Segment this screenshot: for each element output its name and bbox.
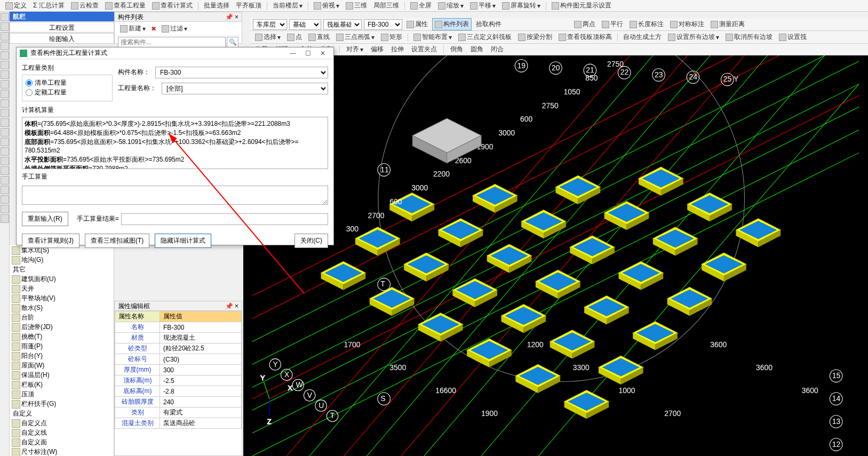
btn-new[interactable]: 新建 ▾ — [118, 23, 148, 34]
rail-icon[interactable] — [1, 195, 9, 204]
btn-set[interactable]: 设置筏 — [777, 31, 809, 43]
sel-comp[interactable]: FB-300 — [364, 19, 402, 30]
rail-icon[interactable] — [1, 186, 9, 194]
rail-icon[interactable] — [1, 128, 9, 137]
rail-icon[interactable] — [1, 42, 9, 50]
pin-icon[interactable]: 📌 — [225, 302, 233, 310]
rail-icon[interactable] — [1, 138, 9, 146]
rail-icon[interactable] — [1, 80, 9, 89]
tree-item[interactable]: 尺寸标注(W) — [10, 447, 114, 456]
tb-batch[interactable]: 批量选择 — [202, 0, 232, 11]
tb-local3d[interactable]: 局部三维 — [371, 0, 401, 11]
tree-item[interactable]: 天井 — [10, 284, 114, 293]
tb-floor[interactable]: 当前楼层 ▾ — [270, 0, 305, 11]
tb-align[interactable]: 平齐板顶 — [234, 0, 264, 11]
tree-item[interactable]: 平整场地(V) — [10, 293, 114, 303]
name-select[interactable]: FB-300 — [155, 67, 328, 78]
tb-viewcalc[interactable]: 查看计算式 — [150, 0, 195, 11]
btn-stretch[interactable]: 拉伸 — [389, 44, 406, 55]
btn-hide[interactable]: 隐藏详细计算式 — [155, 234, 211, 248]
btn-arc[interactable]: 三点画弧 ▾ — [334, 31, 377, 43]
rail-icon[interactable] — [1, 109, 9, 117]
rail-icon[interactable] — [1, 22, 9, 31]
tb-full[interactable]: 全屏 — [408, 0, 434, 11]
tree-item[interactable]: 散水(S) — [10, 303, 114, 313]
tree-head[interactable]: 其它 — [10, 265, 114, 274]
tb-3d[interactable]: 三维 — [344, 0, 369, 11]
maximize-button[interactable]: ☐ — [300, 50, 315, 57]
prop-row[interactable]: 混凝土类别泵送商品砼 — [115, 418, 242, 429]
btn-line[interactable]: 直线 — [306, 31, 332, 43]
rail-icon[interactable] — [1, 99, 9, 108]
btn-attr[interactable]: 属性 — [404, 19, 430, 30]
delete-icon[interactable]: ✖ — [151, 25, 156, 33]
rail-icon[interactable] — [1, 176, 9, 185]
nav-item-draw[interactable]: 绘图输入 — [10, 33, 114, 44]
btn-pick[interactable]: 拾取构件 — [474, 19, 504, 30]
tree-item[interactable]: 栏杆扶手(G) — [10, 399, 114, 409]
btn-parallel[interactable]: 平行 — [600, 19, 625, 30]
result-input[interactable] — [121, 213, 328, 225]
btn-setall[interactable]: 设置所有边坡 ▾ — [666, 31, 721, 43]
prop-row[interactable]: 底标高(m)-2.8 — [115, 386, 242, 397]
btn-point[interactable]: 点 — [285, 31, 304, 43]
search-button[interactable]: 🔍 — [227, 37, 238, 47]
rail-icon[interactable] — [1, 51, 9, 60]
btn-beamsplit[interactable]: 按梁分割 — [516, 31, 554, 43]
btn-reenter[interactable]: 重新输入(R) — [22, 212, 68, 226]
tb-sum[interactable]: Σ 汇总计算 — [31, 0, 67, 11]
close-button[interactable]: ✕ — [315, 50, 330, 57]
rail-icon[interactable] — [1, 118, 9, 127]
tb-define[interactable]: 定义 — [3, 0, 29, 11]
rail-icon[interactable] — [1, 214, 9, 223]
btn-length[interactable]: 长度标注 — [627, 19, 666, 30]
btn-auto[interactable]: 自动生成土方 — [621, 31, 664, 43]
3d-viewport[interactable]: 2750850105027506003000190026002200300060… — [243, 55, 868, 456]
btn-chamfer[interactable]: 倒角 — [448, 44, 465, 55]
btn-complist[interactable]: 构件列表 — [432, 18, 472, 30]
tree-item[interactable]: 栏板(K) — [10, 380, 114, 389]
btn-3pt[interactable]: 三点定义斜筏板 — [456, 31, 514, 43]
btn-grip[interactable]: 设置夹点 — [409, 44, 439, 55]
btn-viewtop[interactable]: 查看筏板顶标高 — [556, 31, 614, 43]
btn-filter[interactable]: 过滤 ▾ — [160, 23, 189, 34]
prop-row[interactable]: 砼类型(粒径20砼32.5 — [115, 343, 242, 354]
prop-row[interactable]: 砖胎膜厚度240 — [115, 397, 242, 407]
tb-viewqty[interactable]: 查看工程量 — [103, 0, 148, 11]
btn-twopoint[interactable]: 两点 — [572, 19, 598, 30]
btn-offset[interactable]: 偏移 — [369, 44, 386, 55]
rail-icon[interactable] — [1, 157, 9, 165]
btn-measure[interactable]: 测量距离 — [708, 19, 747, 30]
btn-symmetric[interactable]: 对称标注 — [668, 19, 706, 30]
prop-row[interactable]: 砼标号(C30) — [115, 354, 242, 365]
btn-rect[interactable]: 矩形 — [379, 31, 404, 43]
tree-item[interactable]: 挑檐(T) — [10, 332, 114, 341]
btn-close[interactable]: 闭合 — [489, 44, 506, 55]
tree-item[interactable]: 建筑面积(U) — [10, 274, 114, 284]
prop-row[interactable]: 厚度(mm)300 — [115, 365, 242, 375]
tb-display[interactable]: 构件图元显示设置 — [550, 0, 614, 11]
tb-rotate[interactable]: 屏幕旋转 ▾ — [500, 0, 543, 11]
tree-item[interactable]: 雨蓬(P) — [10, 341, 114, 351]
btn-rule[interactable]: 查看计算规则(J) — [22, 234, 79, 248]
sel-floor[interactable]: 车库层 — [253, 19, 287, 30]
tree-item[interactable]: 压顶 — [10, 389, 114, 399]
tb-cloud[interactable]: 云检查 — [69, 0, 101, 11]
tb-pan[interactable]: 平移 ▾ — [468, 0, 498, 11]
tree-item[interactable]: 屋面(W) — [10, 361, 114, 370]
btn-select[interactable]: 选择 ▾ — [253, 31, 283, 43]
sel-type[interactable]: 筏板基础 — [323, 19, 362, 30]
btn-alignto[interactable]: 对齐 ▾ — [344, 44, 365, 55]
rail-icon[interactable] — [1, 32, 9, 41]
prop-row[interactable]: 材质现浇混凝土 — [115, 333, 242, 343]
rail-icon[interactable] — [1, 61, 9, 69]
sel-cat[interactable]: 基础 — [289, 19, 321, 30]
tree-item[interactable]: 台阶 — [10, 313, 114, 322]
rail-icon[interactable] — [1, 205, 9, 213]
tree-item[interactable]: 保温层(H) — [10, 370, 114, 380]
close-icon[interactable]: × — [235, 302, 238, 310]
rail-icon[interactable] — [1, 147, 9, 156]
tree-item[interactable]: 自定义面 — [10, 437, 114, 447]
prop-row[interactable]: 名称FB-300 — [115, 322, 242, 333]
qty-select[interactable]: [全部] — [162, 83, 328, 94]
